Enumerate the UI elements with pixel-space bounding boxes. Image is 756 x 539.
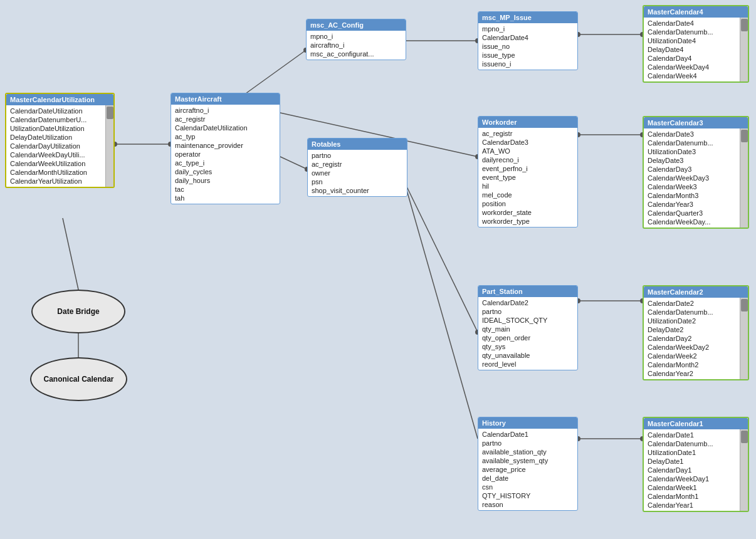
field-row[interactable]: owner [308, 169, 407, 177]
field-row[interactable]: tac [171, 185, 280, 194]
field-row[interactable]: CalendarMonthUtilization [6, 168, 105, 177]
field-row[interactable]: tah [171, 194, 280, 202]
field-row[interactable]: CalendarDay4 [644, 54, 739, 63]
field-row[interactable]: QTY_HISTORY [478, 491, 577, 500]
table-masterCalendar1[interactable]: MasterCalendar1 CalendarDate1 CalendarDa… [643, 417, 749, 512]
field-row[interactable]: CalendarDatenumb... [644, 439, 739, 448]
field-row[interactable]: ac_registr [171, 115, 280, 123]
field-row[interactable]: ac_registr [308, 160, 407, 169]
field-row[interactable]: CalendarWeekDay2 [644, 343, 739, 352]
field-row[interactable]: CalendarWeekDay... [644, 217, 739, 226]
field-row[interactable]: issue_type [478, 51, 577, 60]
field-row[interactable]: del_date [478, 474, 577, 483]
field-row[interactable]: partno [308, 151, 407, 160]
canonical-calendar-ellipse[interactable]: Canonical Calendar [30, 357, 127, 401]
field-row[interactable]: available_station_qty [478, 447, 577, 456]
field-row[interactable]: qty_open_order [478, 333, 577, 342]
field-row[interactable]: CalendarYear2 [644, 369, 739, 378]
field-row[interactable]: ac_registr [478, 129, 577, 138]
table-partStation[interactable]: Part_Station CalendarDate2 partno IDEAL_… [478, 285, 578, 370]
field-row[interactable]: CalendarDateUtilization [171, 123, 280, 132]
field-row[interactable]: qty_main [478, 325, 577, 333]
field-row[interactable]: CalendarMonth1 [644, 492, 739, 501]
field-row[interactable]: event_type [478, 173, 577, 182]
field-row[interactable]: partno [478, 439, 577, 447]
field-row[interactable]: available_system_qty [478, 456, 577, 465]
field-row[interactable]: average_price [478, 465, 577, 474]
field-row[interactable]: DelayDate3 [644, 156, 739, 165]
field-row[interactable]: qty_sys [478, 342, 577, 351]
field-row[interactable]: ATA_WO [478, 147, 577, 155]
field-row[interactable]: CalendarWeekUtilization [6, 159, 105, 168]
field-row[interactable]: CalendarDayUtilization [6, 142, 105, 150]
date-bridge-ellipse[interactable]: Date Bridge [31, 290, 125, 333]
field-row[interactable]: CalendarDay3 [644, 165, 739, 174]
field-row[interactable]: aircraftno_i [171, 106, 280, 115]
table-masterCalendar4[interactable]: MasterCalendar4 CalendarDate4 CalendarDa… [643, 5, 749, 83]
field-row[interactable]: IDEAL_STOCK_QTY [478, 316, 577, 325]
field-row[interactable]: CalendarWeekDay1 [644, 474, 739, 483]
field-row[interactable]: position [478, 199, 577, 208]
field-row[interactable]: CalendarDatenumb... [644, 139, 739, 147]
field-row[interactable]: DelayDateUtilization [6, 133, 105, 142]
field-row[interactable]: CalendarDateUtilization [6, 107, 105, 115]
field-row[interactable]: DelayDate2 [644, 325, 739, 334]
field-row[interactable]: csn [478, 483, 577, 491]
field-row[interactable]: UtilizationDate2 [644, 317, 739, 325]
table-mscACConfig[interactable]: msc_AC_Config mpno_i aircraftno_i msc_ac… [306, 19, 406, 60]
field-row[interactable]: CalendarWeek4 [644, 71, 739, 80]
field-row[interactable]: CalendarDate2 [644, 299, 739, 308]
field-row[interactable]: mpno_i [307, 32, 406, 41]
field-row[interactable]: DelayDate1 [644, 457, 739, 466]
table-masterCalendar3[interactable]: MasterCalendar3 CalendarDate3 CalendarDa… [643, 116, 749, 229]
field-row[interactable]: ac_type_i [171, 159, 280, 167]
field-row[interactable]: dailyrecno_i [478, 155, 577, 164]
field-row[interactable]: workorder_state [478, 208, 577, 217]
field-row[interactable]: shop_visit_counter [308, 186, 407, 195]
field-row[interactable]: CalendarDate3 [644, 130, 739, 139]
field-row[interactable]: CalendarDay1 [644, 466, 739, 474]
field-row[interactable]: event_perfno_i [478, 164, 577, 173]
table-masterAircraft[interactable]: MasterAircraft aircraftno_i ac_registr C… [171, 93, 280, 204]
field-row[interactable]: CalendarMonth2 [644, 360, 739, 369]
field-row[interactable]: CalendarYear1 [644, 501, 739, 510]
field-row[interactable]: DelayDate4 [644, 45, 739, 54]
field-row[interactable]: psn [308, 177, 407, 186]
table-masterCalendar2[interactable]: MasterCalendar2 CalendarDate2 CalendarDa… [643, 285, 749, 380]
field-row[interactable]: UtilizationDateUtilization [6, 124, 105, 133]
table-workorder[interactable]: Workorder ac_registr CalendarDate3 ATA_W… [478, 116, 578, 228]
field-row[interactable]: CalendarDatenumberU... [6, 115, 105, 124]
field-row[interactable]: CalendarDate3 [478, 138, 577, 147]
field-row[interactable]: reason [478, 500, 577, 509]
field-row[interactable]: daily_hours [171, 176, 280, 185]
field-row[interactable]: hil [478, 182, 577, 191]
field-row[interactable]: workorder_type [478, 217, 577, 226]
field-row[interactable]: UtilizationDate3 [644, 147, 739, 156]
field-row[interactable]: CalendarDate2 [478, 298, 577, 307]
field-row[interactable]: CalendarWeek2 [644, 352, 739, 360]
field-row[interactable]: CalendarQuarter3 [644, 209, 739, 217]
field-row[interactable]: CalendarWeek3 [644, 182, 739, 191]
field-row[interactable]: ac_typ [171, 132, 280, 141]
table-history[interactable]: History CalendarDate1 partno available_s… [478, 417, 578, 511]
field-row[interactable]: UtilizationDate1 [644, 448, 739, 457]
table-mscMPIssue[interactable]: msc_MP_Issue mpno_i CalendarDate4 issue_… [478, 11, 578, 70]
field-row[interactable]: CalendarYear3 [644, 200, 739, 209]
field-row[interactable]: CalendarWeek1 [644, 483, 739, 492]
field-row[interactable]: CalendarMonth3 [644, 191, 739, 200]
field-row[interactable]: CalendarDatenumb... [644, 308, 739, 317]
field-row[interactable]: CalendarDate4 [478, 33, 577, 42]
field-row[interactable]: issue_no [478, 42, 577, 51]
field-row[interactable]: CalendarWeekDayUtili... [6, 150, 105, 159]
field-row[interactable]: CalendarDate1 [478, 430, 577, 439]
field-row[interactable]: UtilizationDate4 [644, 36, 739, 45]
field-row[interactable]: partno [478, 307, 577, 316]
field-row[interactable]: CalendarDay2 [644, 334, 739, 343]
field-row[interactable]: issueno_i [478, 60, 577, 68]
field-row[interactable]: operator [171, 150, 280, 159]
field-row[interactable]: CalendarDatenumb... [644, 28, 739, 36]
field-row[interactable]: CalendarDate1 [644, 431, 739, 439]
field-row[interactable]: maintenance_provider [171, 141, 280, 150]
field-row[interactable]: qty_unavailable [478, 351, 577, 360]
field-row[interactable]: CalendarYearUtilization [6, 177, 105, 186]
